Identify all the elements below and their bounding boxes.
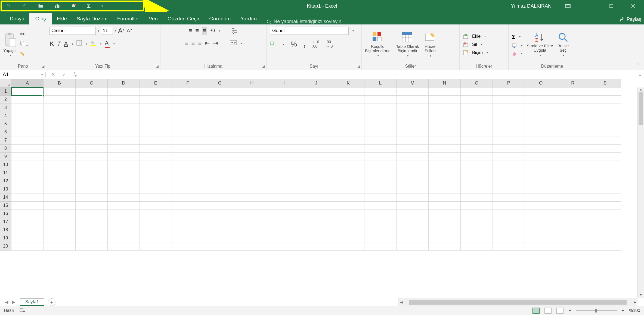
cell[interactable]: [108, 161, 140, 169]
format-cells-button[interactable]: Biçim▾: [463, 50, 488, 55]
find-select-button[interactable]: Bul ve Seç▾: [558, 32, 569, 57]
cell[interactable]: [268, 202, 300, 210]
cell[interactable]: [44, 161, 76, 169]
cell[interactable]: [204, 153, 236, 161]
cell[interactable]: [204, 169, 236, 177]
cell[interactable]: [332, 104, 364, 112]
cell[interactable]: [461, 202, 493, 210]
cell[interactable]: [493, 161, 525, 169]
cell[interactable]: [140, 120, 172, 128]
cell[interactable]: [397, 234, 429, 242]
cell[interactable]: [461, 169, 493, 177]
row-header[interactable]: 6: [0, 128, 11, 136]
cell[interactable]: [525, 120, 557, 128]
cell[interactable]: [364, 161, 397, 169]
cell[interactable]: [300, 96, 332, 104]
cell[interactable]: [429, 153, 461, 161]
row-header[interactable]: 10: [0, 161, 11, 169]
cell[interactable]: [140, 218, 172, 226]
cell[interactable]: [172, 218, 204, 226]
cell[interactable]: [461, 145, 493, 153]
cell[interactable]: [300, 87, 332, 96]
cell[interactable]: [332, 112, 364, 120]
cell[interactable]: [429, 169, 461, 177]
cell[interactable]: [397, 210, 429, 218]
share-button[interactable]: Paylaş: [620, 17, 641, 22]
cell[interactable]: [525, 145, 557, 153]
maximize-icon[interactable]: [603, 0, 620, 12]
collapse-ribbon-icon[interactable]: ⌃: [636, 62, 640, 68]
row-header[interactable]: 20: [0, 242, 11, 251]
row-header[interactable]: 11: [0, 169, 11, 177]
cell[interactable]: [44, 210, 76, 218]
cell[interactable]: [108, 153, 140, 161]
bold-icon[interactable]: K: [49, 40, 54, 47]
cell[interactable]: [429, 136, 461, 145]
font-name-input[interactable]: [49, 27, 96, 35]
fill-button[interactable]: ▾: [512, 43, 522, 49]
cell[interactable]: [44, 234, 76, 242]
cell[interactable]: [493, 128, 525, 136]
increase-decimal-icon[interactable]: ←.0.00: [312, 40, 319, 48]
orientation-icon[interactable]: ⟲: [210, 27, 215, 34]
cell[interactable]: [140, 177, 172, 185]
col-header[interactable]: K: [332, 79, 364, 87]
cell[interactable]: [268, 169, 300, 177]
align-left-icon[interactable]: ≡: [185, 40, 188, 47]
cell[interactable]: [525, 210, 557, 218]
col-header[interactable]: Q: [525, 79, 557, 87]
cell[interactable]: [364, 177, 397, 185]
cell[interactable]: [268, 96, 300, 104]
tab-pagelayout[interactable]: Sayfa Düzeni: [72, 13, 112, 24]
cell[interactable]: [397, 136, 429, 145]
cell[interactable]: [461, 234, 493, 242]
decrease-decimal-icon[interactable]: .00→.0: [326, 40, 333, 48]
cell[interactable]: [525, 218, 557, 226]
cell[interactable]: [236, 234, 268, 242]
zoom-slider[interactable]: [576, 310, 617, 311]
accounting-format-icon[interactable]: [270, 40, 276, 48]
cell[interactable]: [461, 96, 493, 104]
cell[interactable]: [204, 177, 236, 185]
cell[interactable]: [44, 112, 76, 120]
cell[interactable]: [429, 185, 461, 193]
cell[interactable]: [461, 87, 493, 96]
cell[interactable]: [268, 104, 300, 112]
cell[interactable]: [268, 210, 300, 218]
cell[interactable]: [76, 234, 108, 242]
cell[interactable]: [300, 218, 332, 226]
cell[interactable]: [44, 193, 76, 202]
cell[interactable]: [204, 218, 236, 226]
cell[interactable]: [44, 87, 76, 96]
cell[interactable]: [140, 145, 172, 153]
copy-icon[interactable]: ▾: [20, 40, 28, 48]
sheet-tab[interactable]: Sayfa1: [20, 298, 44, 306]
italic-icon[interactable]: T: [57, 40, 61, 47]
cell[interactable]: [397, 226, 429, 234]
cell[interactable]: [557, 210, 589, 218]
cell[interactable]: [589, 202, 621, 210]
cell[interactable]: [11, 210, 44, 218]
cell[interactable]: [461, 120, 493, 128]
cell[interactable]: [397, 104, 429, 112]
cell[interactable]: [172, 242, 204, 251]
cell[interactable]: [332, 202, 364, 210]
format-painter-icon[interactable]: [20, 51, 28, 58]
view-normal-icon[interactable]: [532, 308, 540, 314]
cell[interactable]: [76, 185, 108, 193]
cell[interactable]: [76, 242, 108, 251]
row-header[interactable]: 2: [0, 96, 11, 104]
tab-review[interactable]: Gözden Geçir: [163, 13, 204, 24]
cell[interactable]: [493, 104, 525, 112]
cell[interactable]: [300, 177, 332, 185]
cell[interactable]: [44, 185, 76, 193]
cell[interactable]: [11, 120, 44, 128]
cell[interactable]: [397, 193, 429, 202]
cell[interactable]: [108, 218, 140, 226]
cell[interactable]: [108, 104, 140, 112]
cell[interactable]: [461, 218, 493, 226]
cell[interactable]: [76, 104, 108, 112]
cell[interactable]: [525, 202, 557, 210]
cell[interactable]: [11, 185, 44, 193]
cell[interactable]: [589, 193, 621, 202]
